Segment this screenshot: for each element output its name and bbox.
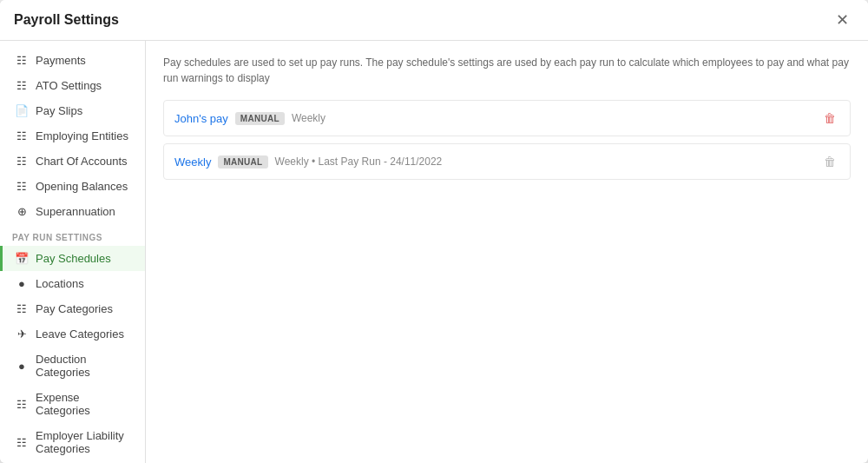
sidebar-item-label: Pay Slips — [36, 104, 82, 117]
main-content: Pay schedules are used to set up pay run… — [146, 41, 868, 463]
pay-schedules-icon: 📅 — [15, 252, 29, 265]
delete-button-johns-pay[interactable]: 🗑 — [820, 109, 839, 127]
pay-categories-icon: ☷ — [15, 302, 29, 315]
expense-icon: ☷ — [15, 398, 29, 411]
section-pay-run-settings: PAY RUN SETTINGS — [0, 224, 145, 246]
sidebar-item-pay-slips[interactable]: 📄 Pay Slips — [0, 98, 145, 123]
sidebar-item-label: Chart Of Accounts — [36, 155, 128, 168]
leave-icon: ✈ — [15, 327, 29, 341]
sidebar-item-chart-of-accounts[interactable]: ☷ Chart Of Accounts — [0, 149, 145, 174]
locations-icon: ● — [15, 277, 29, 290]
sidebar-item-label: Opening Balances — [36, 180, 128, 193]
ato-icon: ☷ — [15, 79, 29, 92]
modal-body: ☷ Payments ☷ ATO Settings 📄 Pay Slips ☷ … — [0, 41, 868, 463]
schedule-name-johns-pay[interactable]: John's pay — [174, 112, 228, 125]
deduction-icon: ● — [15, 360, 29, 373]
modal-title: Payroll Settings — [14, 12, 119, 28]
payslips-icon: 📄 — [15, 104, 29, 117]
liability-icon: ☷ — [15, 436, 29, 449]
payments-icon: ☷ — [15, 54, 29, 67]
sidebar-item-label: Pay Categories — [36, 302, 113, 315]
sidebar-item-label: Pay Schedules — [36, 252, 111, 265]
super-icon: ⊕ — [15, 205, 29, 218]
sidebar-item-locations[interactable]: ● Locations — [0, 271, 145, 296]
sidebar-item-employing-entities[interactable]: ☷ Employing Entities — [0, 123, 145, 149]
chart-icon: ☷ — [15, 155, 29, 168]
sidebar-item-opening-balances[interactable]: ☷ Opening Balances — [0, 174, 145, 199]
sidebar-item-deduction-categories[interactable]: ● Deduction Categories — [0, 347, 145, 385]
sidebar-item-expense-categories[interactable]: ☷ Expense Categories — [0, 385, 145, 423]
schedule-detail-johns-pay: Weekly — [292, 112, 813, 124]
schedule-detail-weekly: Weekly • Last Pay Run - 24/11/2022 — [275, 155, 813, 168]
entities-icon: ☷ — [15, 129, 29, 142]
sidebar-item-label: Payments — [36, 54, 86, 67]
payroll-settings-modal: Payroll Settings ✕ ☷ Payments ☷ ATO Sett… — [0, 0, 868, 463]
close-button[interactable]: ✕ — [831, 10, 854, 30]
sidebar-item-payments[interactable]: ☷ Payments — [0, 48, 145, 73]
sidebar-item-pay-categories[interactable]: ☷ Pay Categories — [0, 296, 145, 321]
modal-header: Payroll Settings ✕ — [0, 0, 868, 41]
schedule-row: Weekly MANUAL Weekly • Last Pay Run - 24… — [163, 143, 851, 180]
schedule-badge-johns-pay: MANUAL — [235, 112, 285, 125]
schedule-row: John's pay MANUAL Weekly 🗑 — [163, 100, 851, 136]
sidebar: ☷ Payments ☷ ATO Settings 📄 Pay Slips ☷ … — [0, 41, 146, 463]
sidebar-item-label: ATO Settings — [36, 79, 102, 92]
schedule-name-weekly[interactable]: Weekly — [174, 155, 211, 169]
balances-icon: ☷ — [15, 180, 29, 193]
sidebar-item-label: Expense Categories — [36, 391, 133, 417]
sidebar-item-label: Deduction Categories — [36, 353, 133, 379]
delete-button-weekly[interactable]: 🗑 — [820, 153, 839, 170]
sidebar-item-label: Superannuation — [36, 205, 115, 218]
sidebar-item-superannuation[interactable]: ⊕ Superannuation — [0, 199, 145, 224]
sidebar-item-label: Employing Entities — [36, 129, 128, 142]
sidebar-item-label: Employer Liability Categories — [36, 429, 133, 455]
sidebar-item-employer-liability[interactable]: ☷ Employer Liability Categories — [0, 423, 145, 461]
page-description: Pay schedules are used to set up pay run… — [163, 55, 851, 86]
sidebar-item-label: Leave Categories — [36, 327, 124, 341]
sidebar-item-ato-settings[interactable]: ☷ ATO Settings — [0, 73, 145, 98]
schedule-badge-weekly: MANUAL — [218, 155, 267, 169]
sidebar-item-leave-categories[interactable]: ✈ Leave Categories — [0, 321, 145, 347]
sidebar-item-pay-schedules[interactable]: 📅 Pay Schedules — [0, 246, 145, 271]
sidebar-item-label: Locations — [36, 277, 84, 290]
